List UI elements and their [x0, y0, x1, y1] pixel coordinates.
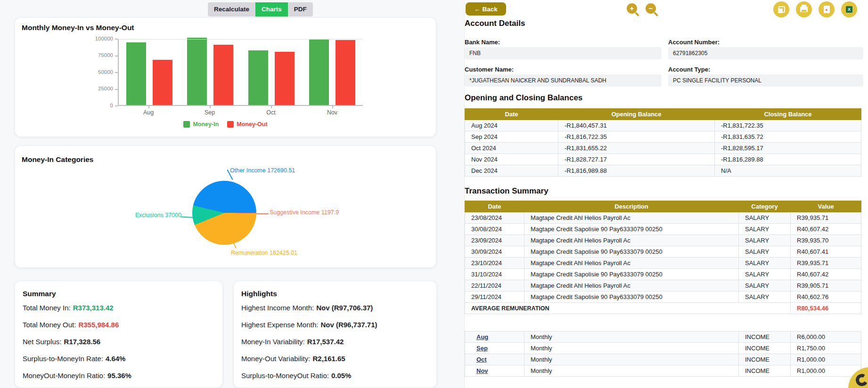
month-link-oct[interactable]: Oct: [476, 356, 487, 363]
cell-category: INCOME: [739, 343, 791, 354]
y-tick-label: 100000: [84, 36, 113, 41]
highlight-row: Money-In Variability:R17,537.42: [241, 338, 344, 346]
highlight-value: R17,537.42: [307, 338, 344, 346]
table-row: 23/09/2024Magtape Credit Ahl Helios Payr…: [465, 235, 861, 246]
legend-money-out[interactable]: Money-Out: [227, 121, 267, 128]
bank-name-field[interactable]: FNB: [465, 47, 662, 59]
cell-description: Monthly: [524, 331, 739, 343]
month-link-sep[interactable]: Sep: [476, 345, 488, 352]
cell-value: R6,000.00: [791, 331, 861, 343]
view-toolbar: Recalculate Charts PDF: [208, 2, 313, 16]
cell-month: Sep: [465, 343, 524, 354]
tab-charts[interactable]: Charts: [255, 2, 288, 16]
cell-description: Magtape Credit Sapolisie 90 Pay6333079 0…: [524, 269, 739, 280]
copy-button[interactable]: [773, 1, 789, 17]
cell-description: Magtape Credit Sapolisie 90 Pay6333079 0…: [524, 224, 739, 235]
highlight-row: Money-Out Variability:R2,161.65: [241, 355, 345, 363]
summary-label: Net Surplus:: [23, 338, 62, 346]
cell-opening: -R1,816,722.35: [558, 131, 715, 143]
cell-date: 31/10/2024: [465, 269, 524, 280]
cell-value: R40,607.41: [791, 246, 861, 258]
bar-money-in-nov: [309, 40, 329, 105]
money-in-categories-card: Money-In Categories Other Income 172690.…: [15, 146, 436, 267]
pdf-file-icon: A: [824, 6, 830, 13]
printer-icon: [800, 7, 808, 12]
legend-money-in[interactable]: Money-In: [183, 121, 219, 128]
cell-opening: -R1,840,457.31: [558, 120, 715, 131]
summary-value: 95.36%: [107, 372, 131, 380]
table-row: 30/08/2024Magtape Credit Sapolisie 90 Pa…: [465, 224, 861, 235]
cell-date: Dec 2024: [465, 165, 558, 177]
table-row: Dec 2024-R1,816,989.88N/A: [465, 165, 861, 177]
pie-chart-title: Money-In Categories: [22, 155, 93, 164]
highlight-value: Nov (R97,706.37): [316, 304, 373, 312]
table-row: SepMonthlyINCOMER1,750.00: [465, 343, 861, 354]
cell-date: Sep 2024: [465, 131, 558, 143]
highlights-card: Highlights Highest Income Month:Nov (R97…: [234, 281, 436, 388]
print-button[interactable]: [796, 1, 812, 17]
cell-description: Magtape Credit Ahl Helios Payroll Ac: [524, 280, 739, 291]
statement-detail-panel: ← Back + − A X Account Details Bank Name…: [464, 0, 868, 388]
cell-date: Nov 2024: [465, 154, 558, 165]
cell-category: INCOME: [739, 365, 791, 377]
average-label: AVERAGE REMUNERATION: [465, 303, 791, 314]
customer-name-field[interactable]: *JUGATHESAN NAICKER AND SUNDRANBAL SADH: [465, 74, 662, 87]
cell-value: R40,602.76: [791, 291, 861, 303]
cell-description: Monthly: [524, 354, 739, 365]
highlight-label: Highest Expense Month:: [241, 321, 318, 329]
back-button[interactable]: ← Back: [466, 2, 506, 16]
summary-label: Surplus-to-MoneyIn Rate:: [23, 355, 103, 363]
zoom-in-icon[interactable]: +: [627, 3, 637, 14]
y-tick-label: 0: [84, 103, 113, 108]
excel-icon: X: [846, 6, 852, 13]
month-link-aug[interactable]: Aug: [476, 333, 488, 340]
tab-pdf[interactable]: PDF: [288, 2, 313, 16]
table-row: 23/10/2024Magtape Credit Ahl Helios Payr…: [465, 258, 861, 269]
cell-description: Monthly: [524, 365, 739, 377]
cell-date: Oct 2024: [465, 143, 558, 154]
bar-group-aug: [119, 39, 180, 105]
bar-chart-plot[interactable]: [118, 39, 363, 106]
bar-chart-title: Monthly Money-In vs Money-Out: [22, 24, 134, 32]
cell-value: R39,905.71: [791, 280, 861, 291]
pie-label-exclusions: Exclusions 37000: [135, 212, 181, 218]
legend-label: Money-Out: [237, 121, 267, 128]
summary-label: Total Money Out:: [23, 321, 76, 329]
customer-name-label: Customer Name:: [465, 66, 514, 73]
cell-description: Monthly: [524, 343, 739, 354]
fab-icon: [854, 372, 868, 388]
summary-row: MoneyOut-MoneyIn Ratio:95.36%: [23, 372, 131, 380]
leader-line: [256, 213, 269, 214]
cell-category: SALARY: [739, 246, 791, 258]
highlight-value: 0.05%: [331, 372, 352, 380]
monthly-income-table: AugMonthlyINCOMER6,000.00 SepMonthlyINCO…: [465, 331, 861, 377]
cell-opening: -R1,828,727.17: [558, 154, 715, 165]
average-value: R80,534.46: [791, 303, 861, 314]
highlight-label: Highest Income Month:: [241, 304, 314, 312]
table-header-row: Date Opening Balance Closing Balance: [465, 109, 861, 120]
cell-date: 29/11/2024: [465, 291, 524, 303]
export-excel-button[interactable]: X: [841, 1, 857, 17]
cell-opening: -R1,816,989.88: [558, 165, 715, 177]
cell-closing: N/A: [715, 165, 861, 177]
account-type-field[interactable]: PC SINGLE FACILITY PERSONAL: [668, 74, 863, 87]
table-row: 22/11/2024Magtape Credit Ahl Helios Payr…: [465, 280, 861, 291]
table-row: Sep 2024-R1,816,722.35-R1,831,635.72: [465, 131, 861, 143]
cell-value: R40,607.42: [791, 269, 861, 280]
summary-value: R17,328.56: [64, 338, 101, 346]
pie-chart[interactable]: [192, 181, 256, 245]
table-row: Oct 2024-R1,831,655.22-R1,828,595.17: [465, 143, 861, 154]
cell-value: R39,935.71: [791, 212, 861, 224]
summary-row: Net Surplus:R17,328.56: [23, 338, 100, 346]
bar-money-out-oct: [275, 52, 295, 105]
cell-category: SALARY: [739, 291, 791, 303]
zoom-out-icon[interactable]: −: [646, 3, 656, 14]
month-link-nov[interactable]: Nov: [476, 367, 488, 374]
bar-money-out-sep: [213, 45, 233, 105]
legend-label: Money-In: [193, 121, 219, 128]
recalculate-button[interactable]: Recalculate: [208, 2, 255, 16]
account-number-field[interactable]: 62791862305: [668, 47, 863, 59]
export-pdf-button[interactable]: A: [819, 1, 835, 17]
cell-category: INCOME: [739, 331, 791, 343]
highlight-value: R2,161.65: [312, 355, 345, 363]
